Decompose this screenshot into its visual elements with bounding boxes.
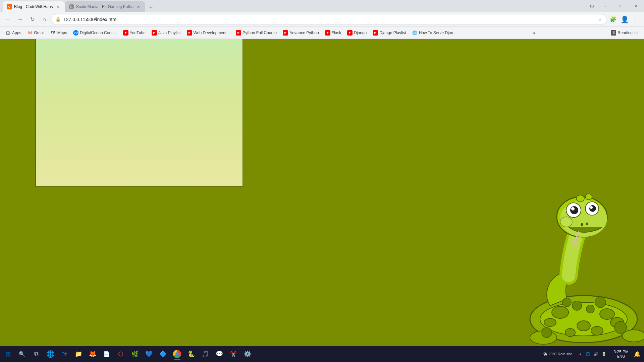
java-yt-icon: ▶: [152, 30, 157, 36]
bookmark-do-label: DigitalOcean Contr...: [80, 31, 117, 35]
bookmark-flask[interactable]: ▶ Flask: [322, 29, 344, 37]
notification-button[interactable]: 🔔: [632, 347, 643, 361]
foxit-icon: 📄: [103, 351, 110, 357]
bookmark-reading-list[interactable]: ☰ Reading list: [608, 29, 641, 37]
svg-point-26: [572, 301, 582, 310]
taskbar-settings[interactable]: ⚙️: [241, 347, 254, 361]
nav-bar: ← → ↻ ⌂ 🔒 127.0.0.1:5500/index.html ☆ 🧩 …: [0, 12, 644, 27]
taskbar-spotify[interactable]: 🎵: [199, 347, 212, 361]
svg-point-2: [552, 306, 569, 318]
edge-icon: 🌐: [46, 350, 55, 358]
svg-point-25: [585, 194, 592, 200]
tab-snakemania[interactable]: 🐍 SnakeMania - Ek Gaming Katha ✕: [65, 1, 145, 12]
tray-expand-icon: ∧: [579, 352, 581, 356]
bookmark-python-full[interactable]: ▶ Python Full Course: [233, 29, 279, 37]
network-icon: 🌐: [586, 352, 590, 356]
tab-close-cwh[interactable]: ✕: [55, 4, 61, 9]
clock-time: 3:25 PM: [613, 350, 629, 354]
bookmark-maps[interactable]: 🗺 Maps: [48, 29, 70, 37]
bookmark-maps-label: Maps: [57, 31, 67, 35]
network-tray-icon[interactable]: 🌐: [585, 351, 591, 357]
svg-point-16: [571, 207, 575, 210]
python-full-yt-icon: ▶: [236, 30, 241, 36]
bookmark-star-icon[interactable]: ☆: [598, 17, 602, 22]
taskbar-firefox[interactable]: 🦊: [86, 347, 99, 361]
bookmark-apps-label: Apps: [12, 31, 21, 35]
bookmark-webdev[interactable]: ▶ Web Development...: [184, 29, 233, 37]
bookmark-apps[interactable]: ⊞ Apps: [3, 29, 24, 37]
home-button[interactable]: ⌂: [39, 14, 50, 25]
close-button[interactable]: ✕: [629, 0, 644, 12]
bookmark-python-full-label: Python Full Course: [243, 31, 277, 35]
cast-button[interactable]: ⊙: [586, 1, 598, 11]
back-button[interactable]: ←: [3, 14, 13, 25]
taskbar-vscode[interactable]: 💙: [142, 347, 156, 361]
taskbar-edge[interactable]: 🌐: [44, 347, 57, 361]
taskbar-store[interactable]: 🛍: [58, 347, 71, 361]
svg-point-10: [622, 330, 644, 342]
bookmarks-overflow-button[interactable]: »: [530, 28, 538, 37]
battery-tray-icon[interactable]: 🔋: [601, 351, 607, 357]
bookmark-serve-djan[interactable]: 🌐 How To Serve Djan...: [410, 29, 460, 37]
hidden-tray-icons-button[interactable]: ∧: [577, 351, 583, 357]
store-icon: 🛍: [61, 351, 67, 358]
taskbar-chrome[interactable]: [170, 347, 184, 361]
svg-point-24: [576, 195, 584, 202]
taskbar-explorer[interactable]: 📁: [72, 347, 85, 361]
volume-tray-icon[interactable]: 🔊: [593, 351, 599, 357]
bookmark-java[interactable]: ▶ Java Playlist: [149, 29, 183, 37]
taskbar-sourcetree[interactable]: 🌿: [128, 347, 142, 361]
gmail-icon: M: [27, 30, 33, 36]
reload-button[interactable]: ↻: [27, 14, 38, 25]
taskbar-git[interactable]: ⬡: [114, 347, 127, 361]
minimize-button[interactable]: ─: [598, 0, 613, 12]
youtube-icon: ▶: [123, 30, 128, 36]
weather-icon[interactable]: 🌦 29°C Rain sho...: [543, 351, 575, 357]
profile-button[interactable]: 👤: [619, 14, 630, 25]
svg-point-15: [570, 206, 578, 214]
svg-point-22: [581, 223, 583, 226]
taskbar-search-button[interactable]: 🔍: [15, 347, 29, 361]
maximize-button[interactable]: □: [613, 0, 629, 12]
bookmark-youtube[interactable]: ▶ YouTube: [120, 29, 148, 37]
python-icon: 🐍: [187, 350, 195, 358]
bookmark-gmail[interactable]: M Gmail: [24, 29, 47, 37]
bookmark-digitalocean[interactable]: DO DigitalOcean Contr...: [70, 29, 120, 37]
address-bar[interactable]: 🔒 127.0.0.1:5500/index.html ☆: [51, 14, 606, 25]
bookmark-advance-python[interactable]: ▶ Advance Python: [280, 29, 321, 37]
reading-list-icon: ☰: [611, 30, 616, 36]
git-icon: ⬡: [118, 350, 123, 358]
taskbar-visual-studio[interactable]: 🔷: [156, 347, 170, 361]
start-button[interactable]: ⊞: [1, 347, 15, 361]
forward-button[interactable]: →: [15, 14, 25, 25]
taskbar-python[interactable]: 🐍: [184, 347, 198, 361]
taskbar-pinned-apps: 🌐 🛍 📁 🦊 📄 ⬡ 🌿 💙 �: [44, 347, 254, 361]
tab-favicon-cwh: C: [7, 4, 12, 9]
serve-djan-icon: 🌐: [412, 30, 418, 36]
taskbar-foxit[interactable]: 📄: [100, 347, 113, 361]
bookmark-webdev-label: Web Development...: [194, 31, 230, 35]
svg-point-23: [586, 223, 588, 225]
taskbar-whatsapp[interactable]: 💬: [213, 347, 226, 361]
menu-button[interactable]: ⋮: [631, 14, 641, 25]
tab-close-snake[interactable]: ✕: [136, 4, 141, 9]
clock-area[interactable]: 3:25 PM ENG: [611, 350, 631, 358]
webdev-yt-icon: ▶: [187, 30, 192, 36]
bookmark-django[interactable]: ▶ Django: [344, 29, 369, 37]
task-view-button[interactable]: ⧉: [30, 347, 43, 361]
vscode-icon: 💙: [145, 350, 153, 358]
browser-content: [0, 39, 644, 346]
tab-title-cwh: Blog - CodeWithHarry: [14, 4, 53, 9]
game-canvas: [35, 39, 243, 187]
tab-title-snake: SnakeMania - Ek Gaming Katha: [76, 4, 133, 9]
bookmark-serve-djan-label: How To Serve Djan...: [419, 31, 457, 35]
bookmark-django-playlist[interactable]: ▶ Django Playlist: [370, 29, 409, 37]
taskbar-snip[interactable]: ✂️: [227, 347, 240, 361]
whatsapp-icon: 💬: [216, 350, 223, 358]
bookmark-java-label: Java Playlist: [158, 31, 181, 35]
new-tab-button[interactable]: +: [146, 3, 156, 12]
extensions-button[interactable]: 🧩: [608, 14, 619, 25]
maps-icon: 🗺: [51, 30, 56, 36]
tab-codewithharry[interactable]: C Blog - CodeWithHarry ✕: [3, 1, 65, 12]
vs-icon: 🔷: [159, 350, 167, 358]
